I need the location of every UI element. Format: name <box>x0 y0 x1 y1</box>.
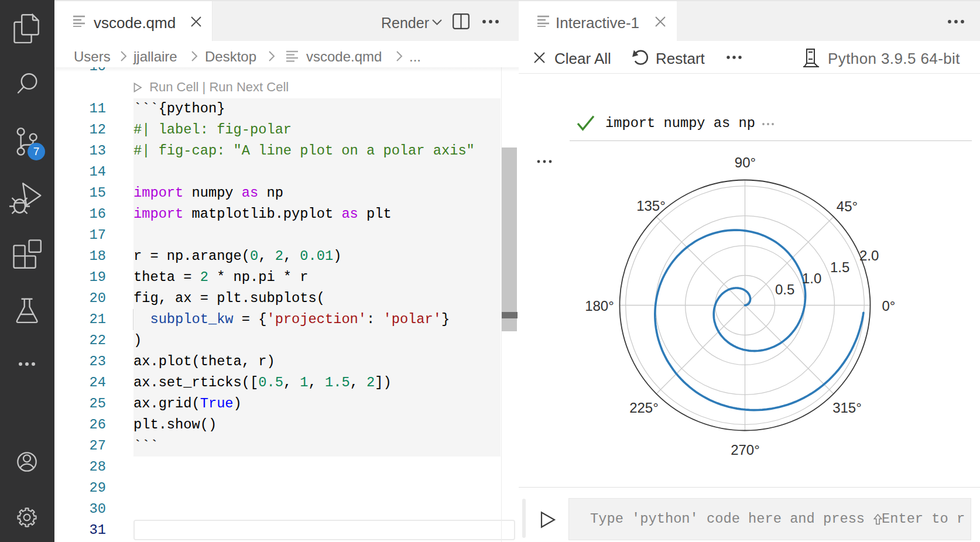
svg-text:135°: 135° <box>636 198 666 214</box>
svg-text:225°: 225° <box>629 400 659 416</box>
svg-text:315°: 315° <box>832 400 862 416</box>
svg-text:0°: 0° <box>882 298 896 314</box>
svg-text:1.5: 1.5 <box>830 259 849 275</box>
svg-text:180°: 180° <box>585 298 614 314</box>
svg-text:0.5: 0.5 <box>775 282 794 297</box>
svg-text:45°: 45° <box>837 198 858 214</box>
svg-text:90°: 90° <box>735 155 756 170</box>
svg-text:270°: 270° <box>731 442 760 458</box>
svg-text:1.0: 1.0 <box>802 270 821 286</box>
svg-text:2.0: 2.0 <box>859 248 879 263</box>
